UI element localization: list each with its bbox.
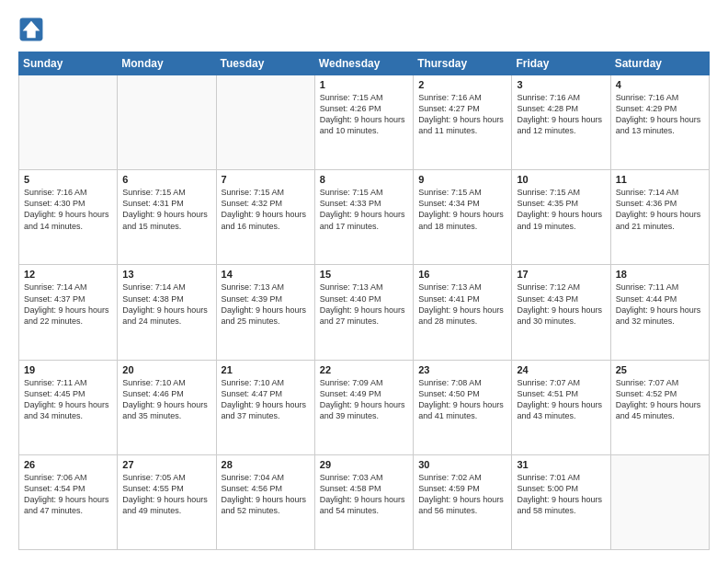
calendar-cell: 24Sunrise: 7:07 AMSunset: 4:51 PMDayligh… [512, 360, 610, 454]
weekday-header-row: SundayMondayTuesdayWednesdayThursdayFrid… [19, 52, 710, 75]
day-number: 26 [24, 459, 112, 470]
cell-info: Sunrise: 7:16 AMSunset: 4:28 PMDaylight:… [517, 92, 605, 137]
calendar-cell: 17Sunrise: 7:12 AMSunset: 4:43 PMDayligh… [512, 265, 610, 360]
day-number: 7 [222, 174, 310, 185]
day-number: 8 [320, 174, 408, 185]
week-row-4: 19Sunrise: 7:11 AMSunset: 4:45 PMDayligh… [19, 360, 710, 454]
day-number: 24 [517, 364, 605, 375]
cell-info: Sunrise: 7:03 AMSunset: 4:58 PMDaylight:… [320, 472, 408, 517]
day-number: 14 [222, 269, 310, 280]
cell-info: Sunrise: 7:08 AMSunset: 4:50 PMDaylight:… [418, 377, 506, 422]
day-number: 3 [517, 79, 605, 90]
calendar-cell: 27Sunrise: 7:05 AMSunset: 4:55 PMDayligh… [118, 454, 216, 549]
logo [18, 17, 48, 42]
calendar-cell: 29Sunrise: 7:03 AMSunset: 4:58 PMDayligh… [314, 454, 413, 549]
calendar-cell: 22Sunrise: 7:09 AMSunset: 4:49 PMDayligh… [314, 360, 413, 454]
weekday-header-wednesday: Wednesday [314, 52, 413, 75]
day-number: 23 [418, 364, 506, 375]
calendar-cell: 26Sunrise: 7:06 AMSunset: 4:54 PMDayligh… [19, 454, 118, 549]
day-number: 17 [517, 269, 605, 280]
calendar-cell: 12Sunrise: 7:14 AMSunset: 4:37 PMDayligh… [19, 265, 118, 360]
day-number: 30 [418, 459, 506, 470]
cell-info: Sunrise: 7:15 AMSunset: 4:31 PMDaylight:… [122, 187, 210, 232]
cell-info: Sunrise: 7:15 AMSunset: 4:35 PMDaylight:… [517, 187, 605, 232]
day-number: 9 [418, 174, 506, 185]
cell-info: Sunrise: 7:09 AMSunset: 4:49 PMDaylight:… [320, 377, 408, 422]
day-number: 13 [122, 269, 210, 280]
day-number: 2 [418, 79, 506, 90]
weekday-header-saturday: Saturday [610, 52, 709, 75]
cell-info: Sunrise: 7:07 AMSunset: 4:52 PMDaylight:… [616, 377, 704, 422]
day-number: 5 [24, 174, 112, 185]
weekday-header-sunday: Sunday [19, 52, 118, 75]
calendar-cell: 20Sunrise: 7:10 AMSunset: 4:46 PMDayligh… [118, 360, 216, 454]
calendar-cell: 8Sunrise: 7:15 AMSunset: 4:33 PMDaylight… [314, 170, 413, 265]
cell-info: Sunrise: 7:11 AMSunset: 4:45 PMDaylight:… [24, 377, 112, 422]
cell-info: Sunrise: 7:16 AMSunset: 4:29 PMDaylight:… [616, 92, 704, 137]
calendar-cell: 16Sunrise: 7:13 AMSunset: 4:41 PMDayligh… [414, 265, 512, 360]
calendar-cell [610, 454, 709, 549]
cell-info: Sunrise: 7:04 AMSunset: 4:56 PMDaylight:… [222, 472, 310, 517]
calendar-cell: 14Sunrise: 7:13 AMSunset: 4:39 PMDayligh… [216, 265, 314, 360]
calendar-cell: 7Sunrise: 7:15 AMSunset: 4:32 PMDaylight… [216, 170, 314, 265]
day-number: 11 [616, 174, 704, 185]
calendar-cell: 28Sunrise: 7:04 AMSunset: 4:56 PMDayligh… [216, 454, 314, 549]
cell-info: Sunrise: 7:06 AMSunset: 4:54 PMDaylight:… [24, 472, 112, 517]
cell-info: Sunrise: 7:15 AMSunset: 4:32 PMDaylight:… [222, 187, 310, 232]
calendar-cell: 1Sunrise: 7:15 AMSunset: 4:26 PMDaylight… [314, 75, 413, 170]
calendar-cell: 4Sunrise: 7:16 AMSunset: 4:29 PMDaylight… [610, 75, 709, 170]
week-row-3: 12Sunrise: 7:14 AMSunset: 4:37 PMDayligh… [19, 265, 710, 360]
day-number: 21 [222, 364, 310, 375]
cell-info: Sunrise: 7:10 AMSunset: 4:46 PMDaylight:… [122, 377, 210, 422]
cell-info: Sunrise: 7:13 AMSunset: 4:39 PMDaylight:… [222, 282, 310, 327]
calendar-cell [118, 75, 216, 170]
cell-info: Sunrise: 7:07 AMSunset: 4:51 PMDaylight:… [517, 377, 605, 422]
weekday-header-monday: Monday [118, 52, 216, 75]
calendar-cell: 9Sunrise: 7:15 AMSunset: 4:34 PMDaylight… [414, 170, 512, 265]
day-number: 22 [320, 364, 408, 375]
day-number: 28 [222, 459, 310, 470]
calendar-cell: 15Sunrise: 7:13 AMSunset: 4:40 PMDayligh… [314, 265, 413, 360]
cell-info: Sunrise: 7:14 AMSunset: 4:38 PMDaylight:… [122, 282, 210, 327]
cell-info: Sunrise: 7:02 AMSunset: 4:59 PMDaylight:… [418, 472, 506, 517]
weekday-header-friday: Friday [512, 52, 610, 75]
cell-info: Sunrise: 7:16 AMSunset: 4:27 PMDaylight:… [418, 92, 506, 137]
cell-info: Sunrise: 7:15 AMSunset: 4:34 PMDaylight:… [418, 187, 506, 232]
calendar-cell [19, 75, 118, 170]
header [18, 17, 710, 42]
calendar-cell: 10Sunrise: 7:15 AMSunset: 4:35 PMDayligh… [512, 170, 610, 265]
cell-info: Sunrise: 7:10 AMSunset: 4:47 PMDaylight:… [222, 377, 310, 422]
calendar-cell: 13Sunrise: 7:14 AMSunset: 4:38 PMDayligh… [118, 265, 216, 360]
weekday-header-tuesday: Tuesday [216, 52, 314, 75]
day-number: 12 [24, 269, 112, 280]
calendar-table: SundayMondayTuesdayWednesdayThursdayFrid… [18, 52, 710, 550]
weekday-header-thursday: Thursday [414, 52, 512, 75]
cell-info: Sunrise: 7:13 AMSunset: 4:41 PMDaylight:… [418, 282, 506, 327]
calendar-cell: 11Sunrise: 7:14 AMSunset: 4:36 PMDayligh… [610, 170, 709, 265]
day-number: 16 [418, 269, 506, 280]
calendar-cell: 23Sunrise: 7:08 AMSunset: 4:50 PMDayligh… [414, 360, 512, 454]
day-number: 29 [320, 459, 408, 470]
cell-info: Sunrise: 7:11 AMSunset: 4:44 PMDaylight:… [616, 282, 704, 327]
cell-info: Sunrise: 7:14 AMSunset: 4:36 PMDaylight:… [616, 187, 704, 232]
calendar-cell: 31Sunrise: 7:01 AMSunset: 5:00 PMDayligh… [512, 454, 610, 549]
calendar-cell [216, 75, 314, 170]
calendar-cell: 25Sunrise: 7:07 AMSunset: 4:52 PMDayligh… [610, 360, 709, 454]
day-number: 10 [517, 174, 605, 185]
generalblue-logo-icon [18, 17, 44, 42]
day-number: 6 [122, 174, 210, 185]
cell-info: Sunrise: 7:12 AMSunset: 4:43 PMDaylight:… [517, 282, 605, 327]
week-row-2: 5Sunrise: 7:16 AMSunset: 4:30 PMDaylight… [19, 170, 710, 265]
cell-info: Sunrise: 7:01 AMSunset: 5:00 PMDaylight:… [517, 472, 605, 517]
day-number: 31 [517, 459, 605, 470]
cell-info: Sunrise: 7:13 AMSunset: 4:40 PMDaylight:… [320, 282, 408, 327]
cell-info: Sunrise: 7:15 AMSunset: 4:33 PMDaylight:… [320, 187, 408, 232]
week-row-5: 26Sunrise: 7:06 AMSunset: 4:54 PMDayligh… [19, 454, 710, 549]
cell-info: Sunrise: 7:16 AMSunset: 4:30 PMDaylight:… [24, 187, 112, 232]
cell-info: Sunrise: 7:05 AMSunset: 4:55 PMDaylight:… [122, 472, 210, 517]
cell-info: Sunrise: 7:14 AMSunset: 4:37 PMDaylight:… [24, 282, 112, 327]
day-number: 1 [320, 79, 408, 90]
calendar-cell: 2Sunrise: 7:16 AMSunset: 4:27 PMDaylight… [414, 75, 512, 170]
day-number: 4 [616, 79, 704, 90]
day-number: 20 [122, 364, 210, 375]
